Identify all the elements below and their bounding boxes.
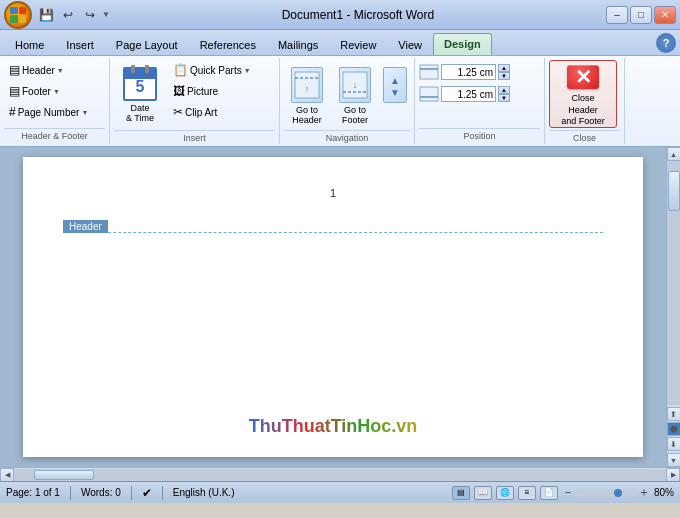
position-fields: ▲ ▼ ▲ ▼ [419, 60, 510, 102]
zoom-slider[interactable] [576, 489, 636, 497]
scroll-track[interactable] [667, 161, 681, 405]
goto-header-label: Go toHeader [292, 105, 322, 125]
office-button[interactable] [4, 1, 32, 29]
close-content: ✕ Close Headerand Footer [549, 60, 620, 128]
scroll-prev-page[interactable]: ⬆ [667, 407, 681, 421]
date-time-label: Date& Time [126, 103, 154, 123]
language-display: English (U.K.) [173, 487, 235, 498]
document-content[interactable] [63, 237, 603, 437]
h-scroll-track[interactable] [14, 469, 666, 481]
tab-pagelayout[interactable]: Page Layout [105, 33, 189, 55]
minimize-button[interactable]: – [606, 6, 628, 24]
header-pos-down[interactable]: ▼ [498, 72, 510, 80]
close-group: ✕ Close Headerand Footer Close [545, 58, 625, 144]
print-layout-button[interactable]: ▤ [452, 486, 470, 500]
header-footer-group-label: Header & Footer [4, 128, 105, 142]
scroll-down-button[interactable]: ▼ [667, 453, 681, 467]
svg-rect-8 [420, 65, 438, 79]
header-pos-icon [419, 64, 439, 80]
goto-footer-icon: ↓ [339, 67, 371, 103]
close-hf-label: Close Headerand Footer [556, 93, 610, 128]
scroll-select[interactable]: ⬤ [667, 422, 681, 436]
zoom-percentage: 80% [654, 487, 674, 498]
close-group-label: Close [549, 130, 620, 144]
words-info: Words: 0 [81, 487, 121, 498]
header-pos-up[interactable]: ▲ [498, 64, 510, 72]
undo-button[interactable]: ↩ [58, 5, 78, 25]
tab-mailings[interactable]: Mailings [267, 33, 329, 55]
help-button[interactable]: ? [656, 33, 676, 53]
scroll-right-button[interactable]: ▶ [666, 468, 680, 482]
save-button[interactable]: 💾 [36, 5, 56, 25]
scroll-up-button[interactable]: ▲ [667, 147, 681, 161]
page-number-button[interactable]: # Page Number ▼ [4, 102, 105, 122]
header-dropdown-arrow[interactable]: ▼ [57, 67, 64, 74]
picture-button[interactable]: 🖼 Picture [168, 81, 256, 101]
outline-button[interactable]: ≡ [518, 486, 536, 500]
web-layout-button[interactable]: 🌐 [496, 486, 514, 500]
close-header-footer-button[interactable]: ✕ Close Headerand Footer [549, 60, 617, 128]
status-sep-3 [162, 486, 163, 500]
header-zone[interactable]: Header [63, 209, 603, 233]
insert-top: 5 Date& Time 📋 Quick Parts ▼ 🖼 [114, 60, 256, 128]
quick-access-dropdown[interactable]: ▼ [102, 10, 110, 19]
quick-access-toolbar: 💾 ↩ ↪ ▼ [36, 5, 110, 25]
goto-header-button[interactable]: ↑ Go toHeader [284, 60, 330, 128]
svg-text:▲: ▲ [390, 75, 400, 86]
footer-button[interactable]: ▤ Footer ▼ [4, 81, 105, 101]
document-area[interactable]: 1 Header ThuThuatTinHoc.vn [0, 147, 666, 467]
scroll-left-button[interactable]: ◀ [0, 468, 14, 482]
tab-home[interactable]: Home [4, 33, 55, 55]
tab-view[interactable]: View [387, 33, 433, 55]
zoom-out-button[interactable]: － [562, 484, 574, 501]
zoom-thumb [614, 489, 622, 497]
svg-text:▼: ▼ [390, 87, 400, 98]
clip-art-button[interactable]: ✂ Clip Art [168, 102, 256, 122]
page-number-display: 1 [63, 187, 603, 199]
title-bar-left: 💾 ↩ ↪ ▼ [4, 1, 110, 29]
footer-dropdown-arrow[interactable]: ▼ [53, 88, 60, 95]
tab-design[interactable]: Design [433, 33, 492, 55]
quick-parts-button[interactable]: 📋 Quick Parts ▼ [168, 60, 256, 80]
redo-button[interactable]: ↪ [80, 5, 100, 25]
full-reading-button[interactable]: 📖 [474, 486, 492, 500]
footer-icon: ▤ [9, 84, 20, 98]
maximize-button[interactable]: □ [630, 6, 652, 24]
insert-right-buttons: 📋 Quick Parts ▼ 🖼 Picture ✂ Clip Art [168, 60, 256, 122]
scroll-next-page[interactable]: ⬇ [667, 437, 681, 451]
footer-pos-down[interactable]: ▼ [498, 94, 510, 102]
date-time-button[interactable]: 5 Date& Time [114, 60, 166, 128]
vertical-scrollbar: ▲ ⬆ ⬤ ⬇ ▼ [666, 147, 680, 467]
page-number-dropdown-arrow[interactable]: ▼ [81, 109, 88, 116]
document-page: 1 Header [23, 157, 643, 457]
goto-footer-button[interactable]: ↓ Go toFooter [332, 60, 378, 128]
zoom-in-button[interactable]: ＋ [638, 484, 650, 501]
svg-text:↑: ↑ [305, 84, 310, 94]
spell-check-icon: ✔ [142, 486, 152, 500]
header-footer-buttons: ▤ Header ▼ ▤ Footer ▼ # Page Number ▼ [4, 60, 105, 126]
header-tab: Header [63, 220, 108, 233]
nav-arrows-button[interactable]: ▲ ▼ [380, 60, 410, 128]
goto-footer-label: Go toFooter [342, 105, 368, 125]
draft-button[interactable]: 📄 [540, 486, 558, 500]
header-pos-input[interactable] [441, 64, 496, 80]
insert-group-label: Insert [114, 130, 275, 144]
header-icon: ▤ [9, 63, 20, 77]
main-area: 1 Header ThuThuatTinHoc.vn ▲ ⬆ ⬤ ⬇ ▼ ◀ [0, 147, 680, 503]
header-position-field: ▲ ▼ [419, 64, 510, 80]
tab-insert[interactable]: Insert [55, 33, 105, 55]
zoom-container: － ＋ [562, 484, 650, 501]
tab-references[interactable]: References [189, 33, 267, 55]
quick-parts-dropdown[interactable]: ▼ [244, 67, 251, 74]
footer-pos-up[interactable]: ▲ [498, 86, 510, 94]
scroll-thumb[interactable] [668, 171, 680, 211]
close-x-icon: ✕ [567, 65, 599, 89]
close-button[interactable]: ✕ [654, 6, 676, 24]
footer-pos-input[interactable] [441, 86, 496, 102]
ribbon: Home Insert Page Layout References Maili… [0, 30, 680, 147]
navigation-group-label: Navigation [284, 130, 410, 144]
h-scroll-thumb[interactable] [34, 470, 94, 480]
tab-review[interactable]: Review [329, 33, 387, 55]
header-button[interactable]: ▤ Header ▼ [4, 60, 105, 80]
status-sep-2 [131, 486, 132, 500]
